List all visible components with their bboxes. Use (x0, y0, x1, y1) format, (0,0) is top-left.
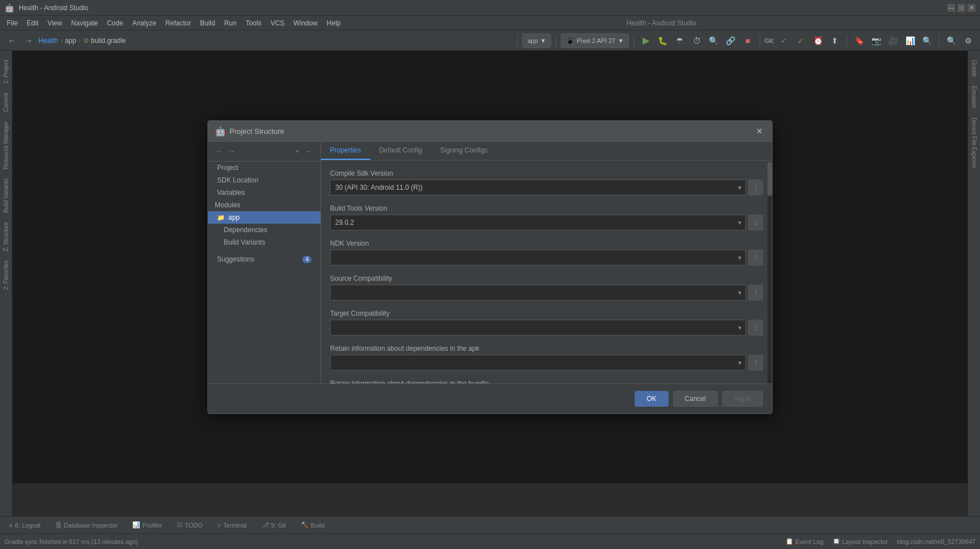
bottom-tab-todo[interactable]: ☑ TODO (170, 519, 210, 531)
right-tab-gradle[interactable]: Gradle (970, 55, 978, 81)
compile-sdk-more-btn[interactable]: ⋮ (748, 180, 763, 195)
menu-navigate[interactable]: Navigate (67, 18, 102, 28)
build-tools-more-btn[interactable]: ⋮ (748, 215, 763, 230)
nav-item-build-variants[interactable]: Build Variants (208, 236, 320, 249)
back-button[interactable]: ← (5, 33, 19, 48)
bookmark-button[interactable]: 🔖 (852, 33, 866, 48)
cancel-button[interactable]: Cancel (673, 391, 718, 407)
sidebar-tab-favorites[interactable]: 2: Favorites (2, 256, 10, 294)
bottom-tab-database-inspector[interactable]: 🗄 Database Inspector (49, 520, 124, 531)
bottom-tab-git[interactable]: ⎇ 9: Git (255, 519, 293, 531)
left-sidebar: 1: Project Commit Resource Manager Build… (0, 51, 12, 516)
forward-button[interactable]: → (21, 33, 36, 48)
build-tools-select[interactable]: 29.0.2 30.0.0 28.0.3 (330, 215, 746, 230)
attach-button[interactable]: 🔗 (723, 33, 738, 48)
compile-sdk-field-row: 30 (API 30: Android 11.0 (R)) 29 28 ▼ ⋮ (330, 180, 763, 195)
database-inspector-label: Database Inspector (64, 522, 118, 529)
tab-properties[interactable]: Properties (321, 142, 370, 160)
inspect-button[interactable]: 🔍 (706, 33, 721, 48)
bottom-tab-build[interactable]: 🔨 Build (294, 519, 331, 531)
profile-button[interactable]: ⏱ (690, 33, 704, 48)
ndk-select[interactable] (330, 250, 746, 265)
retain-apk-select[interactable] (330, 355, 746, 371)
menu-view[interactable]: View (43, 18, 67, 28)
git-history[interactable]: ⏰ (810, 33, 825, 48)
minimize-button[interactable]: — (947, 4, 955, 12)
tab-signing-configs[interactable]: Signing Configs (431, 142, 497, 160)
menu-refactor[interactable]: Refactor (161, 18, 196, 28)
ndk-label: NDK Version (330, 239, 763, 247)
event-log-icon: 📋 (786, 538, 793, 545)
menu-vcs[interactable]: VCS (266, 18, 289, 28)
apply-button[interactable]: Apply (722, 391, 763, 407)
retain-apk-field-row: ▼ ⋮ (330, 355, 763, 371)
menu-analyze[interactable]: Analyze (128, 18, 161, 28)
nav-remove-button[interactable]: − (303, 146, 314, 156)
sidebar-tab-structure[interactable]: Z: Structure (2, 217, 10, 256)
menu-build[interactable]: Build (196, 18, 220, 28)
right-tab-emulator[interactable]: Emulator (970, 81, 978, 113)
bottom-tab-logcat[interactable]: ≡ 6: Logcat (2, 520, 47, 531)
target-compat-more-btn[interactable]: ⋮ (748, 320, 763, 336)
menu-run[interactable]: Run (220, 18, 241, 28)
nav-item-modules[interactable]: Modules (208, 199, 320, 211)
menu-window[interactable]: Window (289, 18, 322, 28)
layout-inspector-link[interactable]: 🔲 Layout Inspector (832, 538, 888, 545)
nav-add-button[interactable]: + (292, 146, 302, 156)
device-dropdown[interactable]: 📱 Pixel 2 API 27 ▼ (561, 33, 628, 48)
event-log-link[interactable]: 📋 Event Log (786, 538, 823, 545)
right-tab-device-file-explorer[interactable]: Device File Explorer (970, 113, 978, 172)
stop-button[interactable]: ■ (740, 33, 755, 48)
sidebar-tab-commit[interactable]: Commit (2, 88, 10, 116)
nav-back-button[interactable]: ← (215, 147, 224, 156)
sidebar-tab-project[interactable]: 1: Project (2, 55, 10, 88)
nav-item-dependencies[interactable]: Dependencies (208, 224, 320, 236)
git-push[interactable]: ⬆ (827, 33, 842, 48)
ndk-more-btn[interactable]: ⋮ (748, 250, 763, 265)
source-compat-select[interactable] (330, 285, 746, 300)
menu-tools[interactable]: Tools (241, 18, 266, 28)
sidebar-tab-build-variants[interactable]: Build Variants (2, 174, 10, 217)
dialog-nav-header: ← → + − (208, 142, 320, 162)
search-button[interactable]: 🔍 (944, 33, 959, 48)
inspect2-button[interactable]: 🔍 (920, 33, 934, 48)
form-group-retain-bundle: Retain information about dependencies in… (330, 380, 763, 384)
bottom-tab-terminal[interactable]: > Terminal (211, 520, 254, 531)
git-checkmark-2[interactable]: ✓ (793, 33, 808, 48)
source-compat-more-btn[interactable]: ⋮ (748, 285, 763, 300)
settings-button[interactable]: ⚙ (961, 33, 975, 48)
menu-file[interactable]: File (2, 18, 22, 28)
sidebar-tab-resource-manager[interactable]: Resource Manager (2, 117, 10, 174)
compile-sdk-select[interactable]: 30 (API 30: Android 11.0 (R)) 29 28 (330, 180, 746, 195)
nav-item-sdk-location[interactable]: SDK Location (208, 174, 320, 186)
nav-item-project[interactable]: Project (208, 162, 320, 174)
retain-apk-more-btn[interactable]: ⋮ (748, 355, 763, 371)
menu-edit[interactable]: Edit (22, 18, 43, 28)
breadcrumb-health[interactable]: Health (38, 37, 58, 45)
ok-button[interactable]: OK (635, 391, 668, 407)
target-compat-select[interactable] (330, 320, 746, 336)
breadcrumb-app[interactable]: app (65, 37, 76, 45)
nav-item-variables[interactable]: Variables (208, 186, 320, 199)
nav-forward-button[interactable]: → (227, 147, 236, 156)
profile2-button[interactable]: 📊 (903, 33, 917, 48)
maximize-button[interactable]: □ (957, 4, 965, 12)
nav-actions: + − (292, 146, 314, 156)
debug-button[interactable]: 🐛 (656, 33, 670, 48)
profiler-label: Profiler (142, 522, 162, 529)
app-dropdown[interactable]: app ▼ (522, 33, 551, 48)
screenshot-button[interactable]: 📷 (869, 33, 883, 48)
nav-item-suggestions[interactable]: Suggestions 4 (208, 253, 320, 265)
video-button[interactable]: 🎥 (886, 33, 900, 48)
menu-code[interactable]: Code (102, 18, 128, 28)
run-button[interactable]: ▶ (639, 33, 653, 48)
coverage-button[interactable]: ☂ (673, 33, 687, 48)
nav-item-modules-active[interactable]: 📁 app (208, 211, 320, 224)
bottom-tab-profiler[interactable]: 📊 Profiler (125, 519, 169, 531)
git-checkmark-1[interactable]: ✓ (777, 33, 791, 48)
tab-default-config[interactable]: Default Config (370, 142, 431, 160)
dialog-scrollbar[interactable] (767, 162, 772, 384)
dialog-close-button[interactable]: ✕ (754, 125, 765, 137)
menu-help[interactable]: Help (322, 18, 345, 28)
close-button[interactable]: ✕ (968, 4, 975, 12)
